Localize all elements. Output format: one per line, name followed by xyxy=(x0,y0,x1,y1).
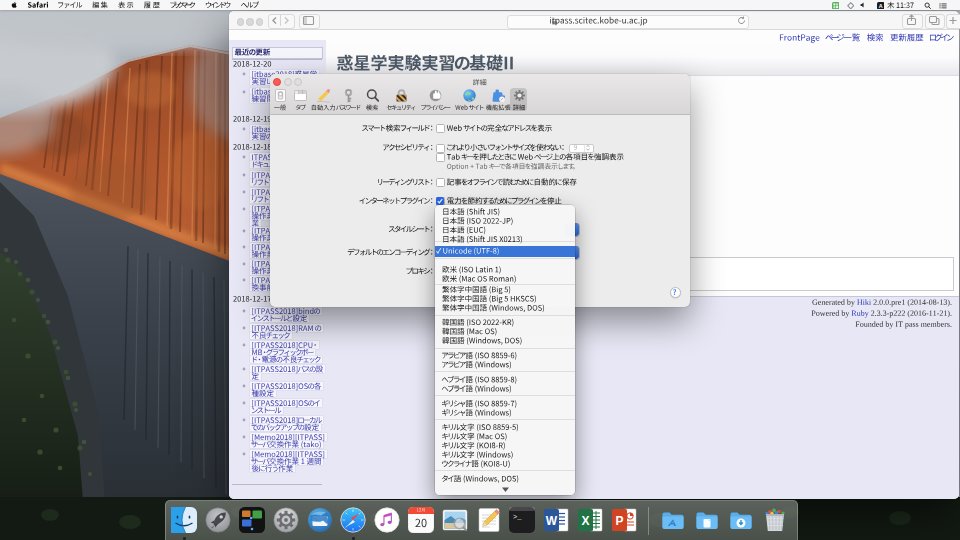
svg-text:A: A xyxy=(878,3,882,9)
svg-text:W: W xyxy=(546,514,558,528)
svg-text:P: P xyxy=(615,514,623,528)
svg-text:>_: >_ xyxy=(513,513,522,521)
svg-text:X: X xyxy=(581,514,589,528)
